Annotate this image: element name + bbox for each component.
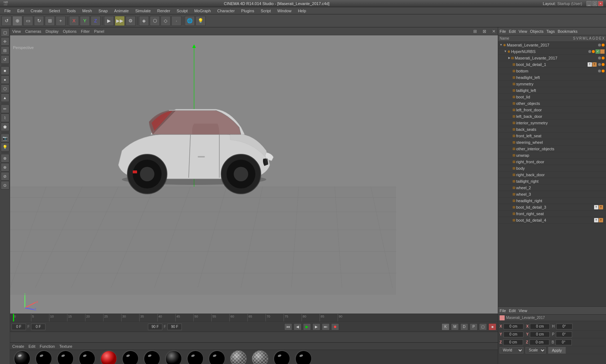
tool-magnet[interactable]: ⊗ xyxy=(1,154,9,163)
obj-row[interactable]: ⊟unwrap xyxy=(498,152,606,159)
viewport-panel-menu[interactable]: Panel xyxy=(94,29,104,34)
obj-row[interactable]: ⊟boot_lid xyxy=(498,94,606,100)
viewport-display-menu[interactable]: Display xyxy=(45,29,58,34)
viewport-view-menu[interactable]: View xyxy=(12,29,21,34)
y-val2-field[interactable] xyxy=(530,332,550,337)
attr-view-menu[interactable]: View xyxy=(519,308,527,313)
z-axis-button[interactable]: Z xyxy=(91,16,101,26)
viewport-container[interactable]: View Cameras Display Options Filter Pane… xyxy=(10,27,498,314)
scale-select[interactable]: Scale xyxy=(526,347,546,354)
menu-mograph[interactable]: MoGraph xyxy=(191,8,214,14)
motion-button[interactable]: M xyxy=(451,323,459,330)
render-settings-button[interactable]: ⚙ xyxy=(126,16,136,26)
global-button[interactable]: 🌐 xyxy=(185,16,195,26)
p-field[interactable] xyxy=(556,332,572,337)
tool-move[interactable]: ✛ xyxy=(1,37,9,46)
maximize-button[interactable]: □ xyxy=(592,1,597,6)
minimize-button[interactable]: _ xyxy=(587,1,592,6)
material-item[interactable]: bottom_me xyxy=(142,350,162,364)
material-item[interactable]: plastic_1 xyxy=(12,350,32,364)
tool-sphere[interactable]: ● xyxy=(1,75,9,84)
viewport-close-icon[interactable]: ✕ xyxy=(492,29,496,34)
menu-window[interactable]: Window xyxy=(275,8,294,14)
obj-row[interactable]: ⊟front_left_seat xyxy=(498,133,606,139)
move-button[interactable]: ⊕ xyxy=(12,16,22,26)
obj-row[interactable]: ⊟interior_symmetry xyxy=(498,120,606,126)
x-axis-button[interactable]: X xyxy=(69,16,79,26)
obj-row[interactable]: ▼⊕HyperNURBS✓ xyxy=(498,48,606,55)
light-button[interactable]: 💡 xyxy=(196,16,206,26)
obj-row[interactable]: ▶⊟Maserati_Levante_2017 xyxy=(498,55,606,61)
world-select[interactable]: World Object Camera xyxy=(500,347,523,354)
apply-button[interactable]: Apply xyxy=(548,347,566,354)
material-item[interactable]: lamp xyxy=(207,350,227,364)
material-item[interactable]: reflection_, xyxy=(272,350,291,364)
obj-visibility-dots[interactable] xyxy=(598,44,605,46)
tool-cube[interactable]: ■ xyxy=(1,66,9,75)
scale-button[interactable]: ⊞ xyxy=(45,16,55,26)
tool-bend[interactable]: ⊙ xyxy=(1,181,9,190)
menu-simulate[interactable]: Simulate xyxy=(132,8,154,14)
material-item[interactable]: bottom_re xyxy=(185,350,205,364)
timeline-ruler[interactable]: 0 5 10 15 20 25 30 35 40 45 50 55 60 65 … xyxy=(10,314,498,322)
material-item[interactable]: glass_1 xyxy=(229,350,248,364)
end-frame-input-2[interactable] xyxy=(167,324,182,330)
undo-button[interactable]: ↺ xyxy=(1,16,12,26)
obj-row[interactable]: ⊟boot_lid_detail_3TT xyxy=(498,204,606,210)
tool-poly[interactable]: ⬟ xyxy=(1,123,9,131)
om-tags-menu[interactable]: Tags xyxy=(546,29,555,34)
material-item[interactable]: bottom_ed xyxy=(77,350,97,364)
goto-start-button[interactable]: ⏮ xyxy=(284,323,292,330)
h-field[interactable] xyxy=(556,324,572,329)
tool-select[interactable]: ▢ xyxy=(1,28,9,37)
material-item[interactable]: bottom_ali xyxy=(56,350,75,364)
tool-light[interactable]: 💡 xyxy=(1,143,9,151)
prev-frame-button[interactable]: ◀ xyxy=(294,323,302,330)
obj-row[interactable]: ▼⊕Maserati_Levante_2017 xyxy=(498,42,606,48)
edge-mode-button[interactable]: ◇ xyxy=(161,16,171,26)
record-button[interactable]: ⏺ xyxy=(331,323,339,330)
object-mode-button[interactable]: ◈ xyxy=(139,16,149,26)
menu-animate[interactable]: Animate xyxy=(111,8,132,14)
viewport-options-menu[interactable]: Options xyxy=(63,29,76,34)
play-button[interactable]: ▶ xyxy=(303,323,311,330)
tool-camera[interactable]: 📷 xyxy=(1,134,9,142)
x-val2-field[interactable] xyxy=(530,324,550,329)
tool-cylinder[interactable]: ⬡ xyxy=(1,84,9,93)
record-all-button[interactable]: ■ xyxy=(488,323,496,330)
attr-edit-menu[interactable]: Edit xyxy=(509,308,516,313)
viewport-filter-menu[interactable]: Filter xyxy=(81,29,89,34)
menu-plugins[interactable]: Plugins xyxy=(238,8,257,14)
end-frame-input[interactable] xyxy=(148,324,162,330)
b-field[interactable] xyxy=(556,339,572,345)
next-frame-button[interactable]: ▶ xyxy=(312,323,320,330)
keyframe-button[interactable]: K xyxy=(442,323,449,330)
obj-visibility-dots[interactable] xyxy=(598,57,605,59)
menu-tools[interactable]: Tools xyxy=(63,8,79,14)
obj-row[interactable]: ⊟back_seats xyxy=(498,126,606,133)
obj-row[interactable]: ⊟body xyxy=(498,165,606,172)
obj-row[interactable]: ⊟boot_lid_detail_4TT xyxy=(498,217,606,223)
obj-row[interactable]: ⊟other_objects xyxy=(498,100,606,107)
close-button[interactable]: ✕ xyxy=(598,1,603,6)
menu-render[interactable]: Render xyxy=(154,8,173,14)
add-button[interactable]: + xyxy=(56,16,66,26)
menu-snap[interactable]: Snap xyxy=(96,8,111,14)
tool-scale[interactable]: ⊟ xyxy=(1,46,9,55)
om-view-menu[interactable]: View xyxy=(519,29,527,34)
obj-visibility-dots[interactable] xyxy=(598,70,605,72)
obj-visibility-dots[interactable] xyxy=(598,63,605,66)
materials-create-menu[interactable]: Create xyxy=(12,344,24,349)
obj-row[interactable]: ⊟boot_lid_detail_1TT xyxy=(498,61,606,68)
tool-spline[interactable]: ⌇ xyxy=(1,114,9,122)
material-item[interactable]: bottom_sh xyxy=(120,350,140,364)
render-button[interactable]: ▶▶ xyxy=(115,16,125,26)
viewport-expand-icon[interactable]: ⊠ xyxy=(483,29,486,34)
om-file-menu[interactable]: File xyxy=(500,29,506,34)
param-button[interactable]: P xyxy=(470,323,478,330)
tool-pen[interactable]: ✏ xyxy=(1,105,9,113)
menu-script[interactable]: Script xyxy=(258,8,274,14)
obj-row[interactable]: ⊟taillight_right xyxy=(498,178,606,185)
tool-rotate[interactable]: ↺ xyxy=(1,55,9,64)
viewport-cameras-menu[interactable]: Cameras xyxy=(25,29,41,34)
